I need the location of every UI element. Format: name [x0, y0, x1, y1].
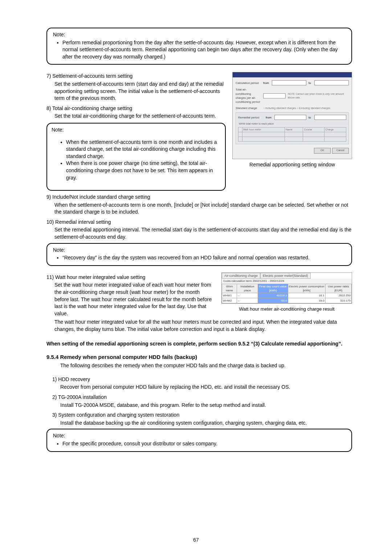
cell: 322.175 [325, 298, 351, 303]
date-field[interactable] [314, 80, 349, 85]
cell: -- [237, 293, 258, 298]
ok-button[interactable]: OK [314, 148, 331, 154]
term-label: Costs calculation term 2002/12/01 - 2002… [222, 279, 352, 283]
cancel-button[interactable]: Cancel [332, 148, 349, 154]
note-item: Perform remedial proportioning from the … [62, 39, 346, 61]
cell: -- [237, 298, 258, 303]
col-header: Whm name [222, 284, 237, 293]
step-7-heading: 7) Settlement-of-accounts term setting [46, 73, 226, 80]
radio-group[interactable]: ○ Including standard charges ○ Excluding… [263, 106, 349, 110]
label: Standard charge [236, 106, 261, 110]
date-field[interactable] [314, 115, 346, 120]
tab[interactable]: Air-conditioning charge [222, 273, 260, 279]
result-table: Whm name Installation place Final day co… [222, 284, 352, 304]
note-list: For the specific procedure, consult your… [53, 440, 346, 448]
cell: WHM2 [222, 298, 237, 303]
step-8-heading: 8) Total air-conditioning charge setting [46, 105, 226, 112]
titlebar [233, 72, 352, 77]
step-10-heading: 10) Remedial interval setting [46, 219, 352, 226]
label: Total air-conditioning charges per air-c… [236, 88, 261, 104]
step-10-body: Set the remedial apportioning interval. … [46, 226, 352, 240]
date-field[interactable] [272, 80, 306, 85]
note-list: Perform remedial proportioning from the … [53, 39, 346, 61]
note-item: “Recovery day” is the day the system was… [62, 254, 346, 262]
figure-1-caption: Remedial apportioning setting window [232, 161, 352, 169]
tab[interactable]: Electric power meter(Standard) [260, 273, 311, 279]
whm-charge-result-window: Air-conditioning charge Electric power m… [221, 272, 352, 304]
section-954-intro: The following describes the remedy when … [46, 362, 352, 369]
backup-step-3-heading: 3) System configuration and charging sys… [46, 412, 352, 419]
label: Remedial period [238, 116, 264, 120]
date-field[interactable] [274, 115, 306, 120]
help-text: NOTE Cannot use when there is only one a… [288, 92, 349, 100]
cell: WHM1 [222, 293, 237, 298]
backup-step-2-heading: 2) TG-2000A installation [46, 394, 352, 401]
note-list: When the settlement-of-accounts term is … [52, 139, 221, 182]
backup-step-3-body: Install the database backing up the air … [46, 420, 352, 427]
step-11-heading: 11) Watt hour meter integrated value set… [46, 274, 215, 281]
step-11-body-2: The watt hour meter integrated value for… [46, 319, 352, 333]
note-title: Note: [53, 247, 346, 254]
col-header: Use power rates [EUR] [325, 284, 351, 293]
cell: 00.0 [258, 298, 288, 303]
note-box-2: Note: When the settlement-of-accounts te… [46, 123, 226, 191]
backup-step-2-body: Install TG-2000A MSDE, database, and thi… [46, 402, 352, 409]
section-954-heading: 9.5.4 Remedy when personal computer HDD … [46, 353, 352, 361]
step-11-body-1: Set the watt hour meter integrated value… [46, 282, 215, 317]
number-field[interactable] [263, 93, 286, 98]
col-header: Installation place [237, 284, 258, 293]
inner-panel: Remedial periodfromto WHM total meter to… [236, 112, 349, 144]
label: Calculation period [236, 81, 261, 85]
cell: 19.0 [288, 298, 325, 303]
col-header: Final day count value [kWh] [258, 284, 288, 293]
note-item: When the settlement-of-accounts term is … [66, 139, 221, 160]
backup-step-1-heading: 1) HDD recovery [46, 376, 352, 383]
figure-2-caption: Watt hour meter air-conditioning charge … [221, 306, 352, 312]
remedial-apportioning-window: Calculation periodfromto Total air-condi… [232, 72, 352, 159]
note-item: When there is one power charge (no time … [66, 160, 221, 181]
col-header: Electric power consumption [kWh] [288, 284, 325, 293]
cell: 18.1 [288, 293, 325, 298]
help-text: WHM total meter to each place [239, 122, 346, 126]
step-9-body: When the settlement-of-accounts term is … [46, 202, 352, 216]
whm-table: Watt hour meterNameCourseCharge [238, 127, 346, 142]
step-9-heading: 9) Include/Not include standard charge s… [46, 194, 352, 201]
note-title: Note: [53, 31, 346, 39]
step-7-body: Set the settlement-of-accounts term (sta… [46, 81, 226, 102]
cell: 46319.3 [258, 293, 288, 298]
note-item: For the specific procedure, consult your… [62, 440, 346, 448]
backup-step-1-body: Recover from personal computer HDD failu… [46, 384, 352, 391]
note-list: “Recovery day” is the day the system was… [53, 254, 346, 262]
page-number: 67 [0, 537, 392, 544]
note-box-4: Note: For the specific procedure, consul… [46, 429, 352, 452]
cell: 2822.250 [325, 293, 351, 298]
step-8-body: Set the total air-conditioning charge fo… [46, 113, 226, 120]
note-title: Note: [53, 432, 346, 440]
completion-instruction: When setting of the remedial apportionin… [46, 340, 352, 348]
note-box-1: Note: Perform remedial proportioning fro… [46, 28, 352, 65]
note-box-3: Note: “Recovery day” is the day the syst… [46, 243, 352, 266]
note-title: Note: [52, 126, 221, 134]
